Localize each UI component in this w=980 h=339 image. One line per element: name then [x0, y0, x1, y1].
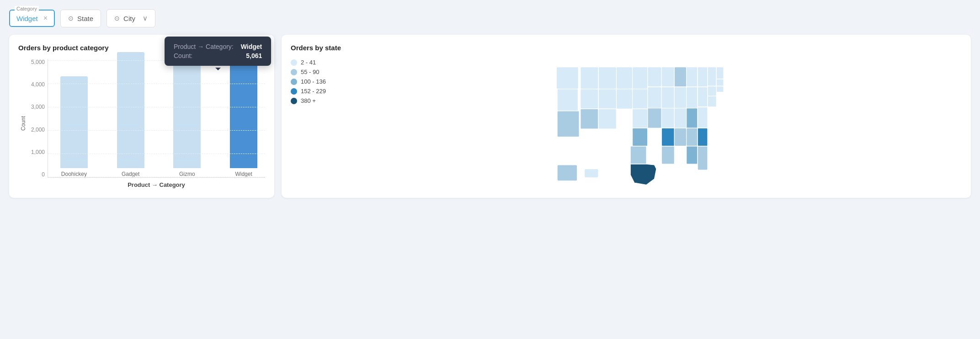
svg-rect-39: [716, 67, 724, 79]
svg-rect-37: [698, 146, 708, 170]
y-tick: 0: [42, 171, 45, 178]
svg-rect-15: [648, 67, 662, 87]
us-map-svg: [335, 59, 962, 187]
svg-rect-13: [632, 109, 647, 128]
bar-group[interactable]: Widget: [222, 50, 265, 177]
svg-rect-11: [632, 67, 647, 89]
main-content: Orders by product category Count 01,0002…: [9, 35, 971, 198]
legend-dot: [291, 69, 297, 75]
svg-rect-5: [581, 109, 598, 129]
map-card: Orders by state 2 - 4155 - 90100 - 13615…: [282, 35, 971, 198]
state-label: State: [77, 15, 93, 22]
bar-label: Widget: [235, 171, 252, 177]
city-chevron-icon: ∨: [143, 14, 148, 22]
svg-rect-8: [598, 109, 616, 129]
bar-group[interactable]: Doohickey: [53, 76, 96, 177]
svg-rect-18: [630, 146, 646, 164]
svg-rect-42: [708, 86, 716, 96]
svg-rect-34: [698, 87, 708, 107]
svg-rect-36: [698, 128, 708, 146]
bars-container: DoohickeyGadgetGizmoWidget: [48, 59, 265, 178]
city-label: City: [123, 15, 135, 22]
svg-rect-6: [598, 67, 616, 89]
svg-rect-14: [632, 128, 647, 146]
svg-rect-32: [687, 146, 698, 164]
bar-label: Gizmo: [179, 171, 195, 177]
svg-rect-27: [674, 128, 686, 146]
svg-rect-30: [687, 108, 698, 128]
svg-rect-38: [708, 67, 716, 86]
bar-rect[interactable]: [60, 76, 88, 168]
legend-dot: [291, 79, 297, 85]
bar-group[interactable]: Gizmo: [166, 57, 209, 177]
svg-rect-43: [708, 96, 716, 107]
svg-rect-20: [661, 87, 674, 108]
svg-rect-0: [556, 67, 578, 89]
svg-rect-1: [557, 89, 578, 111]
svg-rect-9: [616, 67, 632, 89]
svg-rect-26: [674, 108, 686, 128]
svg-rect-2: [557, 111, 579, 137]
svg-rect-45: [584, 169, 598, 178]
map-content: 2 - 4155 - 90100 - 136152 - 229380 +: [291, 59, 962, 189]
y-tick-labels: 01,0002,0003,0004,0005,000: [27, 59, 48, 178]
svg-rect-10: [616, 89, 632, 109]
svg-rect-33: [698, 67, 708, 87]
tooltip-val1: Widget: [241, 43, 262, 50]
y-tick: 2,000: [31, 127, 45, 133]
state-location-icon: ⊙: [68, 15, 74, 22]
bar-label: Gadget: [122, 171, 139, 177]
legend-item: 2 - 41: [291, 59, 326, 66]
filter-bar: Category Widget × ⊙ State ⊙ City ∨ Produ…: [9, 9, 971, 27]
svg-rect-17: [648, 108, 662, 128]
y-tick: 1,000: [31, 149, 45, 155]
legend-dot: [291, 59, 297, 66]
svg-rect-25: [674, 87, 686, 108]
city-filter-chip[interactable]: ⊙ City ∨: [107, 9, 155, 27]
svg-rect-24: [674, 67, 686, 87]
y-axis-label: Count: [18, 116, 27, 131]
x-axis-title: Product → Category: [48, 181, 265, 188]
y-tick: 4,000: [31, 81, 45, 88]
legend-range: 100 - 136: [301, 78, 326, 85]
bar-rect[interactable]: [173, 57, 201, 168]
svg-rect-7: [598, 89, 616, 109]
map-svg-container: [335, 59, 962, 189]
bar-tooltip: Product → Category: Widget Count: 5,061: [165, 37, 271, 66]
legend-range: 152 - 229: [301, 88, 326, 95]
map-legend: 2 - 4155 - 90100 - 136152 - 229380 +: [291, 59, 326, 104]
svg-rect-3: [581, 67, 598, 89]
tooltip-key1: Product → Category:: [174, 43, 234, 50]
svg-rect-40: [716, 79, 724, 86]
svg-rect-16: [648, 87, 662, 108]
legend-range: 2 - 41: [301, 59, 316, 66]
svg-rect-35: [698, 107, 708, 128]
legend-range: 380 +: [301, 97, 316, 104]
city-location-icon: ⊙: [114, 15, 120, 22]
svg-rect-31: [687, 128, 698, 146]
svg-rect-22: [661, 128, 674, 146]
svg-rect-44: [557, 165, 577, 181]
svg-rect-41: [716, 86, 724, 92]
legend-dot: [291, 88, 297, 95]
state-filter-chip[interactable]: ⊙ State: [60, 10, 101, 27]
legend-range: 55 - 90: [301, 69, 319, 75]
svg-rect-23: [661, 146, 674, 164]
bar-rect[interactable]: [230, 50, 257, 168]
category-filter-chip[interactable]: Category Widget ×: [9, 10, 55, 27]
y-tick: 3,000: [31, 104, 45, 110]
legend-item: 100 - 136: [291, 78, 326, 85]
category-value: Widget: [16, 15, 38, 22]
svg-rect-29: [687, 87, 698, 108]
svg-rect-19: [661, 67, 674, 87]
category-label: Category: [15, 6, 39, 11]
legend-item: 152 - 229: [291, 88, 326, 95]
bar-group[interactable]: Gadget: [109, 52, 152, 177]
svg-rect-12: [632, 89, 647, 109]
bar-rect[interactable]: [117, 52, 144, 168]
svg-rect-28: [687, 67, 698, 87]
tooltip-val2: 5,061: [246, 52, 262, 59]
svg-rect-4: [581, 89, 598, 109]
category-clear-icon[interactable]: ×: [43, 14, 48, 22]
legend-item: 380 +: [291, 97, 326, 104]
